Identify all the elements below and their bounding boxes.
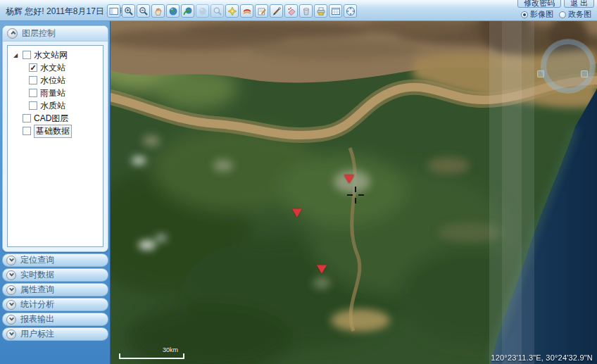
chevron-up-icon — [11, 31, 15, 36]
chevron-down-icon — [8, 331, 13, 336]
layer-panel-title: 图层控制 — [22, 27, 56, 39]
station-marker[interactable] — [317, 265, 327, 273]
chevron-down-icon — [8, 272, 13, 277]
print-icon[interactable] — [314, 4, 327, 18]
nav-button-right-icon[interactable] — [581, 70, 588, 77]
gis-application: 杨辉 您好! 2011年8月17日 星期三 — [0, 0, 597, 364]
erase-icon[interactable] — [284, 4, 298, 18]
checkbox-hydro-network[interactable] — [23, 51, 31, 59]
session-buttons: 修改密码 退 出 — [517, 0, 594, 8]
tree-label-focused[interactable]: 基础数据 — [34, 125, 72, 138]
nav-button-left-icon[interactable] — [537, 70, 544, 77]
sidebar-toggle-icon[interactable] — [107, 4, 120, 18]
search-icon[interactable] — [210, 4, 224, 18]
pan-hand-icon[interactable] — [151, 4, 165, 18]
expand-button[interactable] — [6, 315, 16, 325]
layer-tree: ◢ 水文站网 ✓ 水文站 水位站 雨量站 水质站 — [7, 45, 103, 247]
next-view-icon[interactable] — [196, 4, 209, 18]
full-extent-globe-icon[interactable] — [166, 4, 180, 18]
radio-admin-map[interactable]: 政务图 — [559, 9, 591, 20]
accordion-label: 统计分析 — [20, 299, 54, 310]
map-viewport[interactable]: 30km 120°23'11.3"E, 30°24'32.9"N — [111, 21, 597, 364]
tree-label[interactable]: CAD图层 — [34, 113, 68, 125]
checkbox-hydro-station-checked[interactable]: ✓ — [29, 63, 37, 72]
chevron-down-icon — [8, 287, 13, 291]
radio-admin-label: 政务图 — [568, 9, 591, 20]
accordion-report-output[interactable]: 报表输出 — [2, 313, 108, 326]
tree-label[interactable]: 水质站 — [40, 100, 65, 112]
checkbox-water-level-station[interactable] — [29, 76, 37, 84]
attribute-table-icon[interactable] — [329, 4, 342, 18]
checkbox-rainfall-station[interactable] — [29, 89, 37, 97]
tree-expander-icon[interactable]: ◢ — [13, 52, 20, 58]
accordion-user-annotation[interactable]: 用户标注 — [2, 327, 108, 341]
tree-node-hydro-station[interactable]: ✓ 水文站 — [8, 61, 103, 74]
change-password-button[interactable]: 修改密码 — [517, 0, 561, 8]
tree-node-rainfall-station[interactable]: 雨量站 — [8, 87, 103, 99]
accordion-label: 实时数据 — [20, 269, 54, 281]
highlight-icon[interactable] — [240, 4, 253, 18]
crosshair-cursor — [347, 187, 364, 203]
accordion-statistics[interactable]: 统计分析 — [2, 298, 108, 311]
logout-button[interactable]: 退 出 — [564, 0, 594, 8]
zoom-in-icon[interactable] — [122, 4, 135, 18]
tree-node-water-quality-station[interactable]: 水质站 — [8, 99, 103, 112]
tree-label[interactable]: 水位站 — [40, 75, 65, 87]
tree-node-water-level-station[interactable]: 水位站 — [8, 74, 103, 87]
station-marker[interactable] — [292, 208, 302, 217]
expand-button[interactable] — [6, 256, 16, 265]
scale-label: 30km — [163, 346, 178, 353]
previous-view-icon[interactable] — [181, 4, 194, 18]
identify-icon[interactable] — [225, 4, 239, 18]
collapse-panel-button[interactable] — [7, 28, 18, 39]
layer-control-panel: 图层控制 ◢ 水文站网 ✓ 水文站 水位站 雨量站 — [2, 25, 108, 252]
layer-panel-header[interactable]: 图层控制 — [3, 26, 108, 42]
expand-button[interactable] — [6, 330, 16, 339]
tree-label[interactable]: 雨量站 — [40, 87, 65, 99]
tree-label[interactable]: 水文站 — [40, 62, 65, 74]
tree-label[interactable]: 水文站网 — [34, 49, 68, 61]
chevron-down-icon — [8, 301, 13, 306]
accordion-attribute-query[interactable]: 属性查询 — [2, 283, 108, 296]
coordinates-readout: 120°23'11.3"E, 30°24'32.9"N — [491, 353, 593, 362]
radio-imagery-map[interactable]: 影像图 — [521, 9, 553, 20]
station-marker[interactable] — [344, 175, 354, 183]
checkbox-base-data[interactable] — [23, 127, 31, 135]
tree-node-cad-layer[interactable]: CAD图层 — [8, 112, 103, 125]
checkbox-water-quality-station[interactable] — [29, 101, 37, 110]
map-type-switch: 影像图 政务图 — [521, 9, 591, 20]
tree-node-hydro-network[interactable]: ◢ 水文站网 — [8, 49, 103, 61]
navigate-icon[interactable] — [344, 4, 357, 18]
expand-button[interactable] — [6, 300, 16, 310]
expand-button[interactable] — [6, 270, 16, 280]
radio-dot-unselected — [559, 11, 566, 18]
left-sidebar: 图层控制 ◢ 水文站网 ✓ 水文站 水位站 雨量站 — [0, 21, 111, 364]
tree-node-base-data[interactable]: 基础数据 — [8, 125, 103, 137]
chevron-down-icon — [8, 316, 13, 321]
radio-dot-selected — [521, 11, 528, 18]
chevron-down-icon — [8, 257, 13, 262]
top-bar: 杨辉 您好! 2011年8月17日 星期三 — [0, 0, 597, 21]
clear-bucket-icon[interactable] — [299, 4, 313, 18]
accordion-location-query[interactable]: 定位查询 — [2, 253, 108, 267]
accordion-label: 报表输出 — [20, 313, 54, 325]
map-toolbar — [107, 4, 357, 18]
checkbox-cad-layer[interactable] — [23, 114, 31, 123]
sidebar-accordions: 定位查询 实时数据 属性查询 统计分析 报表输出 用户标注 — [2, 253, 108, 342]
zoom-out-icon[interactable] — [137, 4, 150, 18]
accordion-label: 定位查询 — [20, 254, 54, 266]
radio-imagery-label: 影像图 — [530, 9, 553, 20]
expand-button[interactable] — [6, 285, 16, 295]
map-navigation-compass[interactable] — [541, 39, 595, 93]
annotate-icon[interactable] — [255, 4, 268, 18]
accordion-realtime-data[interactable]: 实时数据 — [2, 268, 108, 282]
accordion-label: 属性查询 — [20, 284, 54, 296]
accordion-label: 用户标注 — [20, 328, 54, 340]
scale-bar: 30km — [119, 352, 189, 363]
draw-pen-icon[interactable] — [270, 4, 283, 18]
